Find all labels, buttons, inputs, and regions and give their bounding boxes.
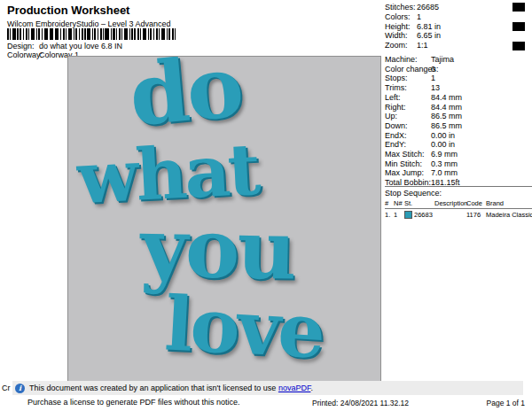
summary-value: 6.81 in [417, 22, 441, 32]
notice-text-pre: This document was created by an applicat… [29, 384, 278, 392]
info-value: 6.9 mm [431, 150, 458, 159]
info-label: Color changes: [385, 65, 431, 74]
info-label: Max Stitch: [385, 150, 431, 159]
info-icon: i [15, 384, 25, 393]
novapdf-notice-bar: i This document was created by an applic… [12, 381, 523, 395]
colorway-label: Colorway: [7, 50, 39, 59]
page-number: Page 1 of 1 [487, 399, 525, 407]
design-word: you [140, 211, 294, 287]
row-code: 1176 [466, 211, 486, 219]
col-num: # [385, 199, 394, 207]
info-row: Down:86.5 mm [385, 121, 530, 131]
info-value: Tajima [431, 55, 454, 65]
info-value: 13 [431, 83, 440, 93]
info-value: 0 [431, 65, 435, 74]
printed-timestamp: Printed: 24/08/2021 11.32.12 [312, 399, 409, 407]
row-stitches: 26683 [414, 211, 433, 219]
col-description: Description [434, 199, 466, 207]
info-label: Stops: [385, 74, 431, 83]
stop-sequence-panel: Stop Sequence: # N# St. Description Code… [385, 186, 532, 219]
col-needle: N# [394, 199, 404, 207]
row-num: 1. [385, 211, 394, 219]
thread-color-swatch [404, 211, 412, 219]
info-label: EndX: [385, 131, 431, 141]
info-row: Color changes:0 [385, 65, 530, 74]
summary-label: Stitches: [385, 3, 417, 12]
info-row: Right:84.4 mm [385, 103, 530, 112]
info-row: Max Stitch:6.9 mm [385, 150, 530, 159]
info-value: 84.4 mm [431, 103, 462, 112]
summary-value: 26685 [417, 3, 439, 12]
summary-value: 1 [417, 12, 421, 22]
stop-sequence-title: Stop Sequence: [385, 189, 532, 198]
stop-sequence-row: 1. 1 26683 1176 Madeira Classic 40 [385, 211, 532, 219]
info-row: Machine:Tajima [385, 55, 530, 65]
info-row: EndY:0.00 in [385, 140, 530, 150]
row-stitches-cell: 26683 [404, 211, 434, 219]
worksheet-page: Production Worksheet Wilcom EmbroiderySt… [0, 0, 532, 411]
summary-value: 6.65 in [417, 31, 441, 41]
info-label: Max Jump: [385, 168, 431, 178]
registration-mark [512, 3, 525, 12]
info-label: Left: [385, 93, 431, 103]
summary-row: Zoom:1:1 [385, 41, 441, 50]
info-value: 86.5 mm [431, 121, 462, 131]
design-value: do what you love 6.8 IN [39, 42, 122, 50]
info-label: Down: [385, 121, 431, 131]
summary-row: Stitches:26685 [385, 3, 441, 12]
design-canvas: do what you love [67, 56, 381, 393]
design-row: Design: do what you love 6.8 IN [7, 42, 122, 50]
col-brand: Brand [486, 199, 532, 207]
row-needle: 1 [394, 211, 404, 219]
registration-mark [512, 22, 525, 31]
summary-label: Height: [385, 22, 417, 32]
summary-value: 1:1 [417, 41, 428, 50]
summary-row: Colors:1 [385, 12, 441, 22]
info-label: EndY: [385, 140, 431, 150]
row-brand: Madeira Classic 40 [486, 211, 532, 219]
summary-row: Height:6.81 in [385, 22, 441, 32]
summary-label: Colors: [385, 12, 417, 22]
info-row: Up:86.5 mm [385, 112, 530, 121]
clipped-footer-text: Cr [2, 384, 11, 392]
info-row: Max Jump:7.0 mm [385, 168, 530, 178]
info-row: Left:84.4 mm [385, 93, 530, 103]
info-label: Machine: [385, 55, 431, 65]
registration-mark [512, 42, 525, 50]
info-row: Trims:13 [385, 83, 530, 93]
info-label: Trims: [385, 83, 431, 93]
info-label: Min Stitch: [385, 159, 431, 169]
page-title: Production Worksheet [7, 4, 129, 17]
info-value: 86.5 mm [431, 112, 462, 121]
info-row: Stops:1 [385, 74, 530, 83]
design-word: what [75, 137, 259, 211]
design-barcode [7, 28, 176, 40]
summary-label: Width: [385, 31, 417, 41]
software-subtitle: Wilcom EmbroideryStudio – Level 3 Advanc… [7, 19, 171, 28]
info-value: 0.3 mm [431, 159, 458, 169]
info-value: 7.0 mm [431, 168, 458, 178]
col-code: Code [466, 199, 486, 207]
novapdf-link[interactable]: novaPDF [278, 384, 311, 392]
machine-info-panel: Machine:Tajima Color changes:0 Stops:1 T… [385, 55, 530, 188]
col-stitches: St. [404, 199, 434, 207]
stop-sequence-header: # N# St. Description Code Brand [385, 199, 532, 209]
info-value: 84.4 mm [431, 93, 462, 103]
design-word: do [127, 56, 244, 135]
info-label: Up: [385, 112, 431, 121]
summary-row: Width:6.65 in [385, 31, 441, 41]
notice-text-post: . [310, 384, 313, 392]
design-word: love [163, 290, 325, 365]
info-value: 0.00 in [431, 131, 455, 141]
design-label: Design: [7, 42, 39, 50]
info-row: EndX:0.00 in [385, 131, 530, 141]
notice-line2: Purchase a license to generate PDF files… [27, 398, 240, 407]
notice-text: This document was created by an applicat… [29, 384, 313, 392]
summary-label: Zoom: [385, 41, 417, 50]
info-value: 0.00 in [431, 140, 455, 150]
info-value: 1 [431, 74, 435, 83]
info-label: Right: [385, 103, 431, 112]
design-summary: Stitches:26685 Colors:1 Height:6.81 in W… [385, 3, 441, 50]
info-row: Min Stitch:0.3 mm [385, 159, 530, 169]
